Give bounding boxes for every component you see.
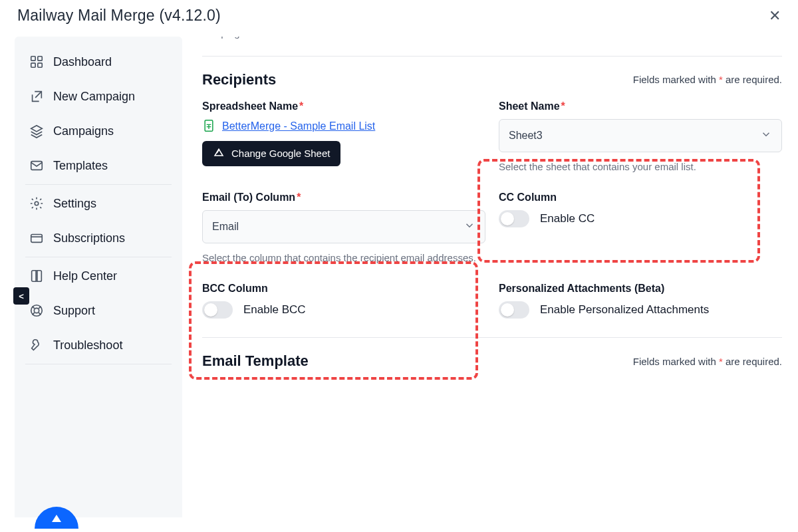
- change-google-sheet-button[interactable]: Change Google Sheet: [202, 141, 340, 166]
- sheet-name-label: Sheet Name*: [499, 100, 782, 112]
- sidebar-item-label: Troubleshoot: [53, 338, 122, 352]
- sidebar-item-campaigns[interactable]: Campaigns: [15, 114, 182, 148]
- chevron-down-icon: [760, 128, 772, 143]
- mail-icon: [29, 158, 44, 173]
- field-personalized-attachments: Personalized Attachments (Beta) Enable P…: [499, 283, 782, 319]
- google-sheets-icon: [202, 119, 215, 134]
- sheet-name-helper: Select the sheet that contains your emai…: [499, 159, 782, 174]
- personalized-attachments-label: Personalized Attachments (Beta): [499, 283, 782, 295]
- sidebar-item-label: Help Center: [53, 269, 117, 283]
- sidebar-item-label: Subscriptions: [53, 231, 125, 245]
- spreadsheet-link[interactable]: BetterMerge - Sample Email List: [222, 120, 375, 132]
- sidebar-item-label: Templates: [53, 159, 108, 173]
- required-note: Fields marked with * are required.: [633, 356, 782, 367]
- sidebar-item-new-campaign[interactable]: New Campaign: [15, 79, 182, 114]
- book-icon: [29, 269, 44, 283]
- layers-icon: [29, 124, 44, 138]
- external-icon: [29, 89, 44, 104]
- sidebar-item-settings[interactable]: Settings: [15, 186, 182, 221]
- divider: [202, 56, 782, 57]
- enable-bcc-toggle[interactable]: [202, 301, 233, 319]
- svg-rect-0: [31, 57, 35, 61]
- enable-cc-label: Enable CC: [540, 212, 595, 225]
- required-note: Fields marked with * are required.: [633, 74, 782, 85]
- sidebar-item-support[interactable]: Support: [15, 293, 182, 328]
- sidebar-item-label: Dashboard: [53, 55, 112, 69]
- reply-to-helper: Optional: Enter an email address where r…: [202, 37, 468, 41]
- divider: [202, 337, 782, 338]
- app-title: Mailway Mail Merge (v4.12.0): [17, 7, 221, 25]
- sidebar-item-troubleshoot[interactable]: Troubleshoot: [15, 328, 182, 362]
- dashboard-icon: [29, 55, 44, 69]
- svg-point-8: [34, 308, 39, 313]
- wrench-icon: [29, 338, 44, 352]
- field-sheet-name: Sheet Name* Sheet3 Select the sheet that…: [499, 100, 782, 174]
- divider: [25, 257, 172, 257]
- gear-icon: [29, 196, 44, 211]
- field-spreadsheet-name: Spreadsheet Name* BetterMerge - Sample E…: [202, 100, 485, 174]
- divider: [25, 184, 172, 185]
- chevron-down-icon: [464, 219, 475, 234]
- card-icon: [29, 231, 44, 245]
- sidebar: Dashboard New Campaign Campaigns Templat…: [15, 37, 182, 517]
- svg-rect-3: [38, 63, 42, 67]
- enable-bcc-label: Enable BCC: [243, 303, 306, 317]
- svg-rect-2: [31, 63, 35, 67]
- svg-point-5: [35, 201, 39, 205]
- email-to-column-label: Email (To) Column*: [202, 192, 485, 203]
- email-template-heading: Email Template: [202, 352, 309, 370]
- sidebar-item-templates[interactable]: Templates: [15, 148, 182, 183]
- sidebar-item-help-center[interactable]: Help Center: [15, 259, 182, 293]
- main-content-scroll[interactable]: Reply-To Address Optional: Enter an emai…: [182, 37, 798, 517]
- sidebar-item-label: Settings: [53, 197, 96, 211]
- svg-rect-6: [31, 235, 43, 243]
- sidebar-item-subscriptions[interactable]: Subscriptions: [15, 221, 182, 255]
- sidebar-item-dashboard[interactable]: Dashboard: [15, 45, 182, 79]
- sheet-name-select[interactable]: Sheet3: [499, 119, 782, 152]
- sidebar-item-label: New Campaign: [53, 90, 135, 104]
- svg-rect-1: [38, 57, 42, 61]
- spreadsheet-name-label: Spreadsheet Name*: [202, 100, 485, 112]
- close-icon[interactable]: ✕: [769, 9, 781, 23]
- bcc-column-label: BCC Column: [202, 283, 485, 295]
- sidebar-item-label: Support: [53, 304, 95, 318]
- email-to-column-select[interactable]: Email: [202, 210, 485, 243]
- cc-column-label: CC Column: [499, 192, 782, 203]
- recipients-heading: Recipients: [202, 71, 276, 88]
- field-bcc-column: BCC Column Enable BCC: [202, 283, 485, 319]
- sidebar-item-label: Campaigns: [53, 124, 114, 138]
- divider: [25, 364, 172, 364]
- enable-personalized-attachments-toggle[interactable]: [499, 301, 529, 319]
- email-to-column-helper: Select the column that contains the reci…: [202, 250, 485, 265]
- enable-cc-toggle[interactable]: [499, 210, 529, 227]
- field-email-to-column: Email (To) Column* Email Select the colu…: [202, 192, 485, 265]
- enable-personalized-attachments-label: Enable Personalized Attachments: [540, 303, 709, 317]
- collapse-sidebar-button[interactable]: <: [13, 287, 29, 305]
- field-cc-column: CC Column Enable CC: [499, 192, 782, 265]
- life-ring-icon: [29, 303, 44, 318]
